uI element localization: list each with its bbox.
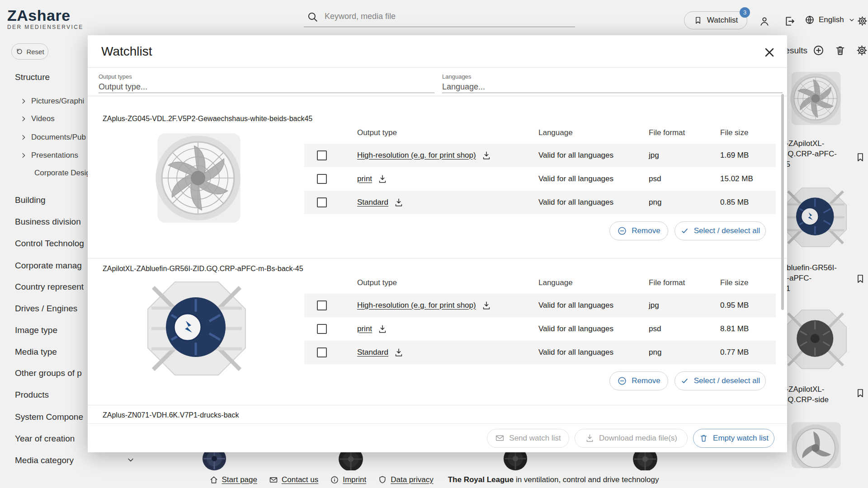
download-icon[interactable] (377, 174, 387, 184)
row-file-format: psd (649, 167, 661, 191)
column-header-output-type: Output type (357, 278, 397, 287)
close-icon[interactable] (762, 45, 777, 60)
row-checkbox[interactable] (317, 300, 327, 310)
column-header-file-format: File format (649, 128, 685, 137)
minus-circle-icon (617, 376, 627, 386)
row-file-size: 0.85 MB (720, 191, 749, 214)
language-filter-placeholder: Language... (442, 82, 783, 92)
envelope-icon (495, 433, 505, 443)
table-row: High-resolution (e.g. for print shop) Va… (304, 294, 776, 317)
output-type-link[interactable]: High-resolution (e.g. for print shop) (357, 301, 476, 310)
output-type-link[interactable]: High-resolution (e.g. for print shop) (357, 151, 476, 160)
row-file-size: 8.81 MB (720, 317, 749, 341)
download-icon[interactable] (481, 300, 491, 310)
row-language: Valid for all languages (538, 317, 613, 341)
axial-fan-image (134, 127, 262, 237)
divider (88, 96, 787, 96)
download-media-files-button[interactable]: Download media file(s) (575, 429, 688, 448)
remove-button[interactable]: Remove (609, 371, 668, 390)
download-icon[interactable] (394, 347, 404, 357)
remove-label: Remove (632, 376, 660, 385)
watchlist-item: ZAplus-ZG045-VDL.2F.V5P2-Gewaechshaus-wh… (88, 115, 787, 250)
row-file-size: 1.69 MB (720, 144, 749, 167)
modal-title: Watchlist (101, 44, 152, 59)
output-type-filter-label: Output types (99, 73, 434, 80)
table-row: High-resolution (e.g. for print shop) Va… (304, 144, 776, 167)
row-file-size: 0.95 MB (720, 294, 749, 317)
column-header-language: Language (538, 128, 573, 137)
row-file-format: jpg (649, 144, 659, 167)
row-file-size: 15.02 MB (720, 167, 753, 191)
column-header-file-size: File size (720, 278, 748, 287)
column-header-file-format: File format (649, 278, 685, 287)
send-watchlist-button[interactable]: Send watch list (487, 429, 569, 448)
language-filter-label: Languages (442, 73, 783, 80)
output-type-filter-placeholder: Output type... (99, 82, 434, 92)
output-type-filter[interactable]: Output types Output type... (99, 73, 434, 93)
check-icon (680, 226, 689, 235)
row-file-format: jpg (649, 294, 659, 317)
send-watchlist-label: Send watch list (509, 434, 561, 443)
table-row: Standard Valid for all languages png 0.8… (304, 191, 776, 214)
row-checkbox[interactable] (317, 197, 327, 207)
output-type-link[interactable]: Standard (357, 348, 388, 357)
column-header-output-type: Output type (357, 128, 397, 137)
row-language: Valid for all languages (538, 191, 613, 214)
modal-scrollbar[interactable] (781, 94, 784, 310)
check-icon (680, 376, 689, 385)
select-deselect-all-button[interactable]: Select / deselect all (675, 221, 766, 240)
row-language: Valid for all languages (538, 167, 613, 191)
row-checkbox[interactable] (317, 324, 327, 334)
download-icon (585, 433, 594, 443)
media-file-name: ZAplus-ZN071-VDH.6K.V7P1-drucks-back (103, 411, 239, 419)
media-preview-image (134, 277, 259, 380)
divider (88, 405, 787, 405)
row-checkbox[interactable] (317, 347, 327, 357)
row-language: Valid for all languages (538, 144, 613, 167)
select-deselect-all-button[interactable]: Select / deselect all (675, 371, 766, 390)
download-media-files-label: Download media file(s) (599, 434, 677, 443)
media-file-name: ZApilotXL-ZAbluefin-GR56I-ZID.GQ.CRP-aPF… (103, 265, 303, 273)
row-file-format: psd (649, 317, 661, 341)
row-language: Valid for all languages (538, 341, 613, 364)
download-icon[interactable] (394, 197, 404, 207)
divider (88, 67, 787, 68)
media-file-name: ZAplus-ZG045-VDL.2F.V5P2-Gewaechshaus-wh… (103, 115, 312, 123)
watchlist-item: ZApilotXL-ZAbluefin-GR56I-ZID.GQ.CRP-aPF… (88, 265, 787, 396)
modal-footer: Send watch list Download media file(s) E… (88, 423, 787, 452)
divider (88, 258, 787, 258)
watchlist-modal: Watchlist Output types Output type... La… (88, 35, 787, 452)
media-preview-image (134, 127, 262, 237)
download-icon[interactable] (481, 150, 491, 160)
trash-icon (699, 433, 708, 443)
minus-circle-icon (617, 226, 627, 236)
row-language: Valid for all languages (538, 294, 613, 317)
row-file-format: png (649, 191, 661, 214)
download-icon[interactable] (377, 324, 387, 334)
select-deselect-all-label: Select / deselect all (694, 376, 760, 385)
remove-label: Remove (632, 226, 660, 235)
remove-button[interactable]: Remove (609, 221, 668, 240)
watchlist-item: ZAplus-ZN071-VDH.6K.V7P1-drucks-back (88, 411, 787, 423)
column-header-language: Language (538, 278, 573, 287)
row-checkbox[interactable] (317, 150, 327, 160)
column-header-file-size: File size (720, 128, 748, 137)
output-type-link[interactable]: print (357, 174, 372, 183)
output-type-link[interactable]: Standard (357, 198, 388, 207)
empty-watchlist-label: Empty watch list (713, 434, 769, 443)
select-deselect-all-label: Select / deselect all (694, 226, 760, 235)
row-file-format: png (649, 341, 661, 364)
table-row: print Valid for all languages psd 8.81 M… (304, 317, 776, 341)
table-row: Standard Valid for all languages png 0.7… (304, 341, 776, 364)
row-checkbox[interactable] (317, 174, 327, 184)
centrifugal-fan-image (134, 277, 259, 380)
row-file-size: 0.77 MB (720, 341, 749, 364)
output-type-link[interactable]: print (357, 324, 372, 333)
table-row: print Valid for all languages psd 15.02 … (304, 167, 776, 191)
language-filter[interactable]: Languages Language... (442, 73, 783, 93)
empty-watchlist-button[interactable]: Empty watch list (693, 429, 774, 448)
